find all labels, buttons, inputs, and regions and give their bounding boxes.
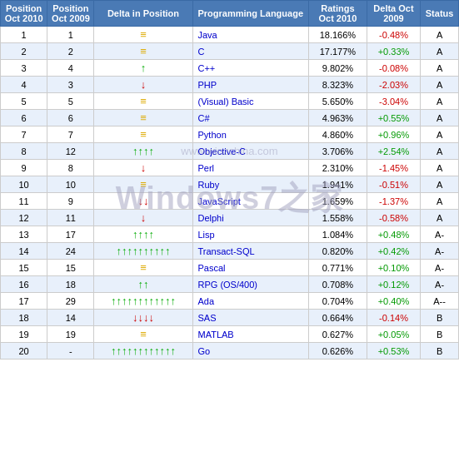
cell-lang[interactable]: PHP: [192, 77, 309, 93]
cell-pos2009: 15: [47, 260, 94, 276]
delta-up12-icon: ↑↑↑↑↑↑↑↑↑↑↑↑: [111, 295, 176, 307]
delta-equal-icon: ≡: [140, 112, 147, 124]
cell-rating: 8.323%: [309, 77, 367, 93]
cell-lang[interactable]: C: [192, 43, 309, 60]
table-row: 19 19 ≡ MATLAB 0.627% +0.05% B: [1, 326, 459, 343]
cell-pos2009: 29: [47, 293, 94, 310]
cell-lang[interactable]: Java: [192, 27, 309, 43]
cell-lang[interactable]: Ada: [192, 293, 309, 310]
cell-rating: 0.704%: [309, 293, 367, 310]
cell-lang[interactable]: RPG (OS/400): [192, 276, 309, 293]
delta-equal-icon: ≡: [140, 95, 147, 107]
cell-pos2010: 7: [1, 126, 47, 143]
cell-delta-icon: ↑↑↑↑↑↑↑↑↑↑: [94, 243, 192, 260]
cell-lang[interactable]: C#: [192, 110, 309, 126]
cell-pos2010: 12: [1, 210, 47, 226]
delta-up4-icon: ↑↑↑↑: [132, 228, 154, 240]
cell-delta-val: +0.12%: [367, 276, 420, 293]
cell-lang[interactable]: C++: [192, 60, 309, 77]
table-row: 6 6 ≡ C# 4.963% +0.55% A: [1, 110, 459, 126]
cell-lang[interactable]: Perl: [192, 160, 309, 176]
cell-status: B: [421, 310, 459, 326]
cell-pos2010: 6: [1, 110, 47, 126]
cell-delta-icon: ↑↑↑↑↑↑↑↑↑↑↑↑: [94, 343, 192, 359]
cell-delta-val: -1.45%: [367, 160, 420, 176]
delta-up2-icon: ↑↑: [137, 278, 148, 290]
cell-pos2009: -: [47, 343, 94, 359]
delta-equal-icon: ≡: [140, 45, 147, 57]
cell-rating: 0.626%: [309, 343, 367, 359]
cell-lang[interactable]: JavaScript: [192, 193, 309, 210]
header-pos2009: Position Oct 2009: [47, 1, 94, 27]
cell-rating: 5.650%: [309, 93, 367, 110]
table-row: 12 11 ↓ Delphi 1.558% -0.58% A: [1, 210, 459, 226]
cell-delta-val: +0.48%: [367, 226, 420, 243]
cell-pos2009: 12: [47, 143, 94, 160]
cell-delta-val: +0.96%: [367, 126, 420, 143]
cell-lang[interactable]: MATLAB: [192, 326, 309, 343]
cell-pos2010: 3: [1, 60, 47, 77]
table-row: 14 24 ↑↑↑↑↑↑↑↑↑↑ Transact-SQL 0.820% +0.…: [1, 243, 459, 260]
cell-pos2009: 5: [47, 93, 94, 110]
cell-delta-icon: ↓: [94, 210, 192, 226]
cell-lang[interactable]: Transact-SQL: [192, 243, 309, 260]
cell-lang[interactable]: Go: [192, 343, 309, 359]
table-row: 5 5 ≡ (Visual) Basic 5.650% -3.04% A: [1, 93, 459, 110]
cell-delta-val: -0.08%: [367, 60, 420, 77]
cell-delta-icon: ≡: [94, 27, 192, 43]
cell-pos2010: 13: [1, 226, 47, 243]
table-row: 11 9 ↓↓ JavaScript 1.659% -1.37% A: [1, 193, 459, 210]
table-row: 2 2 ≡ C 17.177% +0.33% A: [1, 43, 459, 60]
cell-rating: 4.860%: [309, 126, 367, 143]
cell-lang[interactable]: Delphi: [192, 210, 309, 226]
cell-rating: 2.310%: [309, 160, 367, 176]
cell-pos2010: 15: [1, 260, 47, 276]
cell-delta-val: +0.10%: [367, 260, 420, 276]
delta-up4-icon: ↑↑↑↑: [132, 145, 154, 157]
cell-pos2009: 7: [47, 126, 94, 143]
cell-pos2010: 9: [1, 160, 47, 176]
cell-delta-icon: ≡: [94, 110, 192, 126]
delta-down2-icon: ↓↓: [137, 195, 148, 207]
cell-delta-val: -1.37%: [367, 193, 420, 210]
cell-pos2009: 18: [47, 276, 94, 293]
delta-equal-icon: ≡: [140, 28, 147, 41]
cell-status: A: [421, 93, 459, 110]
delta-down1-icon: ↓: [141, 211, 147, 224]
cell-rating: 1.084%: [309, 226, 367, 243]
cell-delta-icon: ↓: [94, 160, 192, 176]
cell-lang[interactable]: SAS: [192, 310, 309, 326]
cell-status: A: [421, 110, 459, 126]
cell-rating: 3.706%: [309, 143, 367, 160]
cell-pos2009: 2: [47, 43, 94, 60]
cell-status: B: [421, 326, 459, 343]
cell-rating: 0.627%: [309, 326, 367, 343]
cell-rating: 1.659%: [309, 193, 367, 210]
cell-lang[interactable]: Lisp: [192, 226, 309, 243]
cell-status: A: [421, 210, 459, 226]
cell-pos2010: 10: [1, 176, 47, 193]
delta-up10-icon: ↑↑↑↑↑↑↑↑↑↑: [116, 245, 170, 257]
cell-pos2010: 11: [1, 193, 47, 210]
cell-delta-val: +0.40%: [367, 293, 420, 310]
table-row: 9 8 ↓ Perl 2.310% -1.45% A: [1, 160, 459, 176]
cell-lang[interactable]: Ruby: [192, 176, 309, 193]
delta-equal-icon: ≡: [140, 328, 147, 340]
cell-lang[interactable]: (Visual) Basic: [192, 93, 309, 110]
cell-delta-icon: ↓↓↓↓: [94, 310, 192, 326]
watermark2: www.winzchina.com: [181, 145, 277, 157]
cell-delta-val: +0.55%: [367, 110, 420, 126]
cell-rating: 17.177%: [309, 43, 367, 60]
cell-pos2010: 2: [1, 43, 47, 60]
header-ratings: Ratings Oct 2010: [309, 1, 367, 27]
cell-pos2009: 1: [47, 27, 94, 43]
cell-delta-icon: ↓: [94, 77, 192, 93]
table-row: 18 14 ↓↓↓↓ SAS 0.664% -0.14% B: [1, 310, 459, 326]
cell-pos2010: 5: [1, 93, 47, 110]
cell-status: A: [421, 77, 459, 93]
cell-pos2009: 8: [47, 160, 94, 176]
cell-lang[interactable]: Python: [192, 126, 309, 143]
cell-pos2010: 4: [1, 77, 47, 93]
cell-lang[interactable]: Pascal: [192, 260, 309, 276]
header-pos2010: Position Oct 2010: [1, 1, 47, 27]
